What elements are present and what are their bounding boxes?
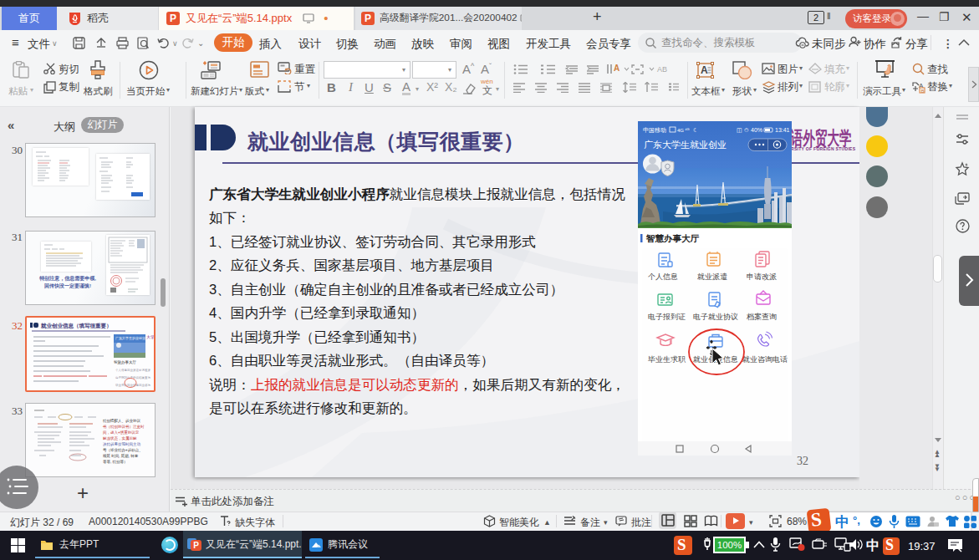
svg-text:电子报到证: 电子报到证 xyxy=(648,313,686,321)
svg-text:13:41: 13:41 xyxy=(775,127,790,133)
svg-text:智慧办事大厅: 智慧办事大厅 xyxy=(114,359,137,364)
svg-text:决特就要按照时间主动: 决特就要按照时间主动 xyxy=(103,441,141,447)
svg-text:个人信息: 个人信息 xyxy=(115,369,128,372)
svg-text:毕业生求职: 毕业生求职 xyxy=(648,355,686,364)
svg-text:就业创业信息（填写很重要）: 就业创业信息（填写很重要） xyxy=(40,323,112,329)
svg-text:就业咨询电话: 就业咨询电话 xyxy=(742,355,788,364)
svg-text:号（毕业特办+就职点、: 号（毕业特办+就职点、 xyxy=(103,448,143,453)
svg-text:⁴ᴳ: ⁴ᴳ xyxy=(685,128,690,133)
svg-text:申请改派: 申请改派 xyxy=(747,272,777,281)
svg-text:电子就业协议: 电子就业协议 xyxy=(693,313,738,321)
svg-text:电子报到: 电子报到 xyxy=(115,375,128,379)
svg-text:等等, 特别等）: 等等, 特别等） xyxy=(103,460,128,465)
svg-text:就业派遣: 就业派遣 xyxy=(697,272,727,281)
svg-text:就业信息: 就业信息 xyxy=(127,384,140,387)
svg-text:个人信息: 个人信息 xyxy=(648,272,678,281)
svg-text:AB: AB xyxy=(657,65,667,74)
svg-text:4G: 4G xyxy=(677,128,684,133)
svg-text:A: A xyxy=(701,64,708,76)
svg-text:B: B xyxy=(921,89,925,94)
svg-text:智慧办事大厅: 智慧办事大厅 xyxy=(645,233,700,243)
svg-text:☾: ☾ xyxy=(693,127,698,133)
svg-text:档案查询: 档案查询 xyxy=(138,375,151,379)
svg-text:书（特别协议书）注意时: 书（特别协议书）注意时 xyxy=(102,425,145,430)
svg-text:间，进入+慎重协议定: 间，进入+慎重协议定 xyxy=(103,430,140,435)
svg-text:解冻状态，实属后解: 解冻状态，实属后解 xyxy=(103,435,137,440)
svg-text:广东大学生就业创业: 广东大学生就业创业 xyxy=(115,336,145,340)
svg-text:就业咨询: 就业咨询 xyxy=(139,384,151,387)
svg-text:40%: 40% xyxy=(751,127,762,133)
svg-text:申请改派: 申请改派 xyxy=(139,369,151,372)
svg-text:◫: ◫ xyxy=(737,127,742,133)
svg-text:⏱: ⏱ xyxy=(744,127,749,133)
svg-text:A: A xyxy=(614,64,620,73)
svg-text:大学: 大学 xyxy=(146,334,154,339)
svg-text:顺延 时间, 延期, 转签: 顺延 时间, 延期, 转签 xyxy=(103,453,139,459)
svg-text:广东大学生就业创业: 广东大学生就业创业 xyxy=(644,140,727,150)
svg-text:档案查询: 档案查询 xyxy=(746,313,777,321)
svg-text:中国移动: 中国移动 xyxy=(643,127,666,134)
svg-text:特别提醒人、就业协议: 特别提醒人、就业协议 xyxy=(103,418,141,424)
svg-text:就业派遣: 就业派遣 xyxy=(127,369,140,372)
